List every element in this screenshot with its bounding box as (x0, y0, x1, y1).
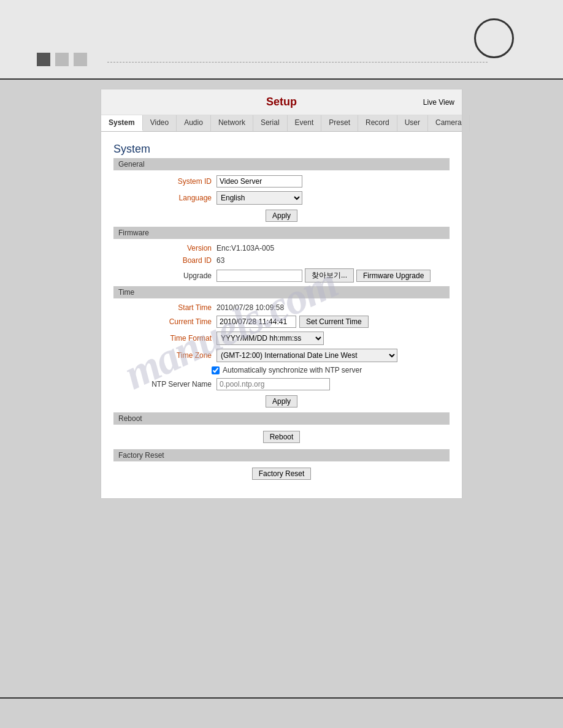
start-time-row: Start Time 2010/07/28 10:09:58 (113, 303, 450, 312)
tab-serial[interactable]: Serial (253, 115, 288, 131)
time-header: Time (113, 286, 450, 298)
start-time-value: 2010/07/28 10:09:58 (216, 303, 284, 312)
current-time-label: Current Time (120, 317, 212, 326)
time-format-label: Time Format (120, 334, 212, 343)
setup-title: Setup (266, 96, 297, 108)
nav-icon-2[interactable] (55, 53, 69, 66)
general-apply-row: Apply (113, 210, 450, 222)
nav-tabs: System Video Audio Network Serial Event … (101, 115, 462, 132)
nav-icons (37, 53, 87, 66)
firmware-upgrade-button[interactable]: Firmware Upgrade (356, 270, 431, 282)
ntp-sync-label: Automatically synchronize with NTP serve… (223, 366, 362, 374)
reboot-section: Reboot Reboot (113, 412, 450, 443)
tab-network[interactable]: Network (211, 115, 253, 131)
reboot-header: Reboot (113, 412, 450, 425)
general-section: General System ID Language English Korea… (113, 158, 450, 222)
tab-video[interactable]: Video (143, 115, 177, 131)
factory-reset-button[interactable]: Factory Reset (252, 468, 312, 480)
version-row: Version Enc:V1.103A-005 (113, 244, 450, 252)
general-header: General (113, 158, 450, 170)
nav-icon-3[interactable] (74, 53, 87, 66)
ntp-server-input[interactable] (216, 378, 330, 390)
page-wrapper: manuels.com Setup Live View System Video… (0, 0, 563, 728)
version-value: Enc:V1.103A-005 (216, 244, 274, 252)
start-time-label: Start Time (120, 303, 212, 312)
browse-button[interactable]: 찾아보기... (305, 268, 354, 282)
language-row: Language English Korean Chinese (113, 191, 450, 205)
factory-reset-row: Factory Reset (113, 468, 450, 480)
time-format-row: Time Format YYYY/MM/DD hh:mm:ss MM/DD/YY… (113, 332, 450, 345)
page-title: System (113, 138, 450, 158)
upgrade-row: Upgrade 찾아보기... Firmware Upgrade (113, 268, 450, 282)
time-zone-select[interactable]: (GMT-12:00) International Date Line West… (216, 349, 397, 362)
bottom-bar (0, 697, 563, 728)
setup-header: Setup Live View (101, 89, 462, 115)
nav-divider (107, 62, 488, 63)
time-section: Time Start Time 2010/07/28 10:09:58 Curr… (113, 286, 450, 408)
upgrade-label: Upgrade (120, 271, 212, 280)
general-apply-button[interactable]: Apply (266, 210, 297, 222)
factory-reset-header: Factory Reset (113, 449, 450, 461)
time-zone-row: Time Zone (GMT-12:00) International Date… (113, 349, 450, 362)
content-area: manuels.com Setup Live View System Video… (0, 80, 563, 523)
setup-panel-wrapper: manuels.com Setup Live View System Video… (37, 89, 526, 499)
time-zone-label: Time Zone (120, 351, 212, 360)
time-apply-button[interactable]: Apply (266, 395, 297, 408)
firmware-header: Firmware (113, 227, 450, 239)
tab-audio[interactable]: Audio (177, 115, 211, 131)
tab-camera[interactable]: Camera (428, 115, 470, 131)
ntp-checkbox-row: Automatically synchronize with NTP serve… (113, 366, 450, 374)
current-time-input[interactable] (216, 316, 296, 328)
current-time-row: Current Time Set Current Time (113, 316, 450, 328)
tab-system[interactable]: System (101, 115, 143, 131)
set-current-time-button[interactable]: Set Current Time (299, 316, 369, 328)
time-apply-row: Apply (113, 395, 450, 408)
language-select[interactable]: English Korean Chinese (216, 191, 302, 205)
tab-user[interactable]: User (397, 115, 428, 131)
nav-icon-1[interactable] (37, 53, 50, 66)
section-content: System General System ID Language Englis… (101, 132, 462, 498)
board-id-row: Board ID 63 (113, 256, 450, 265)
system-id-row: System ID (113, 175, 450, 188)
board-id-value: 63 (216, 256, 224, 265)
ntp-sync-checkbox[interactable] (212, 366, 220, 374)
tab-record[interactable]: Record (358, 115, 397, 131)
language-label: Language (120, 194, 212, 202)
upgrade-file-input[interactable] (216, 270, 302, 282)
ntp-server-label: NTP Server Name (120, 380, 212, 389)
reboot-row: Reboot (113, 431, 450, 443)
setup-panel: Setup Live View System Video Audio Netwo… (101, 89, 462, 499)
version-label: Version (120, 244, 212, 252)
system-id-label: System ID (120, 177, 212, 186)
factory-reset-section: Factory Reset Factory Reset (113, 449, 450, 480)
tab-event[interactable]: Event (288, 115, 322, 131)
firmware-section: Firmware Version Enc:V1.103A-005 Board I… (113, 227, 450, 282)
tab-preset[interactable]: Preset (321, 115, 358, 131)
top-circle-logo (474, 18, 514, 58)
time-format-select[interactable]: YYYY/MM/DD hh:mm:ss MM/DD/YYYY hh:mm:ss … (216, 332, 324, 345)
reboot-button[interactable]: Reboot (263, 431, 301, 443)
live-view-link[interactable]: Live View (423, 98, 454, 107)
top-bar (0, 0, 563, 80)
board-id-label: Board ID (120, 256, 212, 265)
ntp-server-row: NTP Server Name (113, 378, 450, 390)
system-id-input[interactable] (216, 175, 302, 188)
